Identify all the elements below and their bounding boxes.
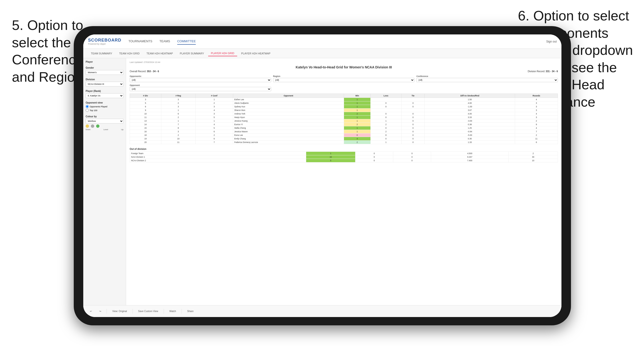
bottom-toolbar: ↩ ↪ View: Original Save Custom View Watc… [83,305,562,317]
ood-ft-tie: 0 [393,152,431,155]
filter-opponents-label: Opponents: [130,75,271,77]
table-row: 20 11 7 Federica Domecq Lacroze 2 1 0 1.… [130,141,558,144]
filter-opponent: Opponent (All) [130,84,271,91]
table-row: 16 3 6 Jessica Mason 1 2 0 -0.94 7 [130,130,558,134]
ood-ft-win: 1 [306,152,356,155]
table-row: 15 8 5 Stella Cheng 1 0 0 1.25 4 [130,126,558,130]
ood-ncaa2-win: 5 [306,159,356,163]
report-title: Katelyn Vo Head-to-Head Grid for Women's… [130,65,558,69]
table-row: NCAA Division 2 5 0 0 7.400 10 [130,159,558,163]
table-row: 19 10 6 Emily Chang 4 0 0 0.30 11 [130,137,558,141]
legend-up: Up [121,129,124,131]
table-row: 18 2 2 Euna Lee 0 8 0 -5.00 2 [130,134,558,137]
player-label: Player [86,61,124,63]
main-data-table: # Div # Reg # Conf Opponent Win Loss Tie… [130,94,558,144]
nav-items: TOURNAMENTS TEAMS COMMITTEE [128,38,546,45]
sub-nav: TEAM SUMMARY TEAM H2H GRID TEAM H2H HEAT… [83,49,562,58]
dot-gray [91,124,94,128]
nav-committee[interactable]: COMMITTEE [177,38,196,45]
ood-ft-loss: 0 [356,152,393,155]
radio-opponents-played[interactable]: Opponents Played [86,105,124,108]
nav-tournaments[interactable]: TOURNAMENTS [128,38,152,45]
tablet-screen: SCOREBOARD Powered by clippd TOURNAMENTS… [83,34,562,317]
table-row: 6 3 3 Sydney Kuo 1 0 0 -1.00 3 [130,105,558,109]
toolbar-sep2 [132,309,133,314]
toolbar-redo[interactable]: ↪ [97,309,103,314]
filter-region-select[interactable]: (All) [273,78,415,82]
subnav-player-summary[interactable]: PLAYER SUMMARY [177,51,207,56]
logo-area: SCOREBOARD Powered by clippd [88,38,121,45]
table-row: 10 6 3 Andrea York 2 0 0 4.00 4 [130,112,558,116]
division-select[interactable]: NCAA Division III [86,82,124,86]
top-nav: SCOREBOARD Powered by clippd TOURNAMENTS… [83,34,562,49]
toolbar-watch[interactable]: Watch [168,309,178,314]
main-content: Player Gender Women's Division NCAA Divi… [83,58,562,305]
th-win: Win [344,94,371,98]
filter-region: Region (All) [273,75,415,82]
player-section: Player [86,61,124,63]
gender-label: Gender [86,66,124,69]
ood-naia1-loss: 0 [356,155,393,159]
tablet-frame: SCOREBOARD Powered by clippd TOURNAMENTS… [74,26,571,325]
subnav-team-h2h-grid[interactable]: TEAM H2H GRID [116,51,142,56]
ood-ft-diff: 4.500 [431,152,508,155]
colour-by-label: Colour by [86,115,124,118]
table-row: NAIA Division 1 15 0 0 9.267 30 [130,155,558,159]
opponent-view-section: Opponent view Opponents Played Top 100 [86,101,124,112]
colour-by-select[interactable]: Win/loss [86,119,124,124]
out-of-division-table: Foreign Team 1 0 0 4.500 2 NAIA Division… [130,152,558,163]
ood-ncaa2-diff: 7.400 [431,159,508,163]
toolbar-sep1 [106,309,107,314]
filter-opponent-select[interactable]: (All) [130,87,271,91]
radio-top100[interactable]: Top 100 [86,109,124,112]
th-reg: # Reg [161,94,196,98]
last-updated: Last Updated: 27/03/2024 10:44 [130,61,558,63]
filter-opponents-select[interactable]: (All) [130,78,271,82]
app-content: SCOREBOARD Powered by clippd TOURNAMENTS… [83,34,562,317]
nav-right: Sign out [546,40,557,43]
ood-ncaa2-rounds: 10 [509,159,558,163]
subnav-team-h2h-heatmap[interactable]: TEAM H2H HEATMAP [144,51,176,56]
th-div: # Div [130,94,161,98]
subnav-player-h2h-heatmap[interactable]: PLAYER H2H HEATMAP [238,51,273,56]
table-row: 9 1 4 Sharon Mun 1 3.67 3 [130,109,558,112]
th-rounds: Rounds [515,94,558,98]
legend-labels: Down Level Up [86,129,124,131]
ood-foreign-team: Foreign Team [130,152,306,155]
ood-naia1-rounds: 30 [509,155,558,159]
toolbar-undo[interactable]: ↩ [88,309,94,314]
nav-teams[interactable]: TEAMS [160,38,170,45]
right-content: Last Updated: 27/03/2024 10:44 Katelyn V… [126,58,562,305]
gender-select[interactable]: Women's [86,70,124,75]
player-rank-section: Player (Rank) 8. Katelyn Vo [86,90,124,98]
dot-yellow [86,124,89,128]
ood-ncaa2-tie: 0 [393,159,431,163]
table-row: 5 2 2 Alexis Sudjianto 1 0 0 4.00 3 [130,101,558,105]
colour-dots [86,124,124,128]
logo-sub: Powered by clippd [88,43,121,45]
player-rank-label: Player (Rank) [86,90,124,92]
toolbar-share[interactable]: Share [185,309,196,314]
th-opponent: Opponent [233,94,344,98]
toolbar-sep3 [164,309,164,314]
ood-naia1-win: 15 [306,155,356,159]
filter-opponent-label: Opponent [130,84,271,86]
table-header-row: # Div # Reg # Conf Opponent Win Loss Tie… [130,94,558,98]
logo-scoreboard: SCOREBOARD [88,38,121,43]
filter-opponents: Opponents: (All) [130,75,271,82]
player-rank-select[interactable]: 8. Katelyn Vo [86,93,124,98]
filter-conference-select[interactable]: (All) [416,78,558,82]
filter-row: Opponents: (All) Region (All) [130,75,558,91]
ood-naia1-diff: 9.267 [431,155,508,159]
table-row: 14 7 4 Eunice Yi 2 2 0 0.38 9 [130,123,558,126]
toolbar-view-original[interactable]: View: Original [110,309,129,314]
opponent-view-radios: Opponents Played Top 100 [86,105,124,112]
toolbar-save-custom[interactable]: Save Custom View [136,309,160,314]
subnav-player-h2h-grid[interactable]: PLAYER H2H GRID [208,51,237,56]
overall-record: Overall Record: 353 - 34 - 6 [130,70,159,73]
ood-ncaa2: NCAA Division 2 [130,159,306,163]
table-row: 13 1 1 Jessica Huang 1 1 0 -3.00 2 [130,119,558,123]
division-record: Division Record: 331 - 34 - 6 [528,70,558,73]
subnav-team-summary[interactable]: TEAM SUMMARY [88,51,115,56]
sign-out-link[interactable]: Sign out [546,40,557,43]
